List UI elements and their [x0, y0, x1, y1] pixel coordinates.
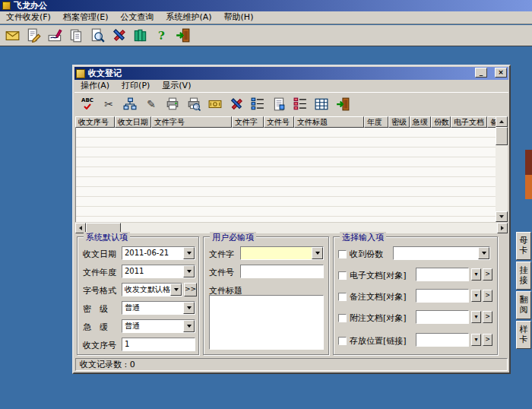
- file-number-input[interactable]: [240, 265, 324, 278]
- menu-help[interactable]: 帮助(H): [218, 11, 260, 24]
- side-tab[interactable]: 样卡: [516, 321, 531, 349]
- urgency-select[interactable]: 普通: [122, 319, 195, 333]
- doc-list-icon[interactable]: [268, 94, 290, 114]
- side-tab[interactable]: 母卡: [516, 232, 531, 260]
- close-button[interactable]: ×: [495, 68, 507, 78]
- number-format-select[interactable]: 收发文默认格式: [122, 283, 182, 296]
- compose-icon[interactable]: [24, 26, 44, 45]
- group-title: 选择输入项: [340, 232, 386, 243]
- dropdown-button[interactable]: [183, 265, 195, 277]
- column-header[interactable]: 份数: [431, 116, 451, 128]
- column-header[interactable]: 密级: [388, 116, 410, 128]
- column-header[interactable]: 文件字号: [151, 116, 232, 128]
- field-label: 存放位置[链接]: [350, 335, 407, 347]
- column-header[interactable]: 文件标题: [294, 116, 364, 128]
- cut-icon[interactable]: ✂: [98, 94, 119, 114]
- tree-list-blue-icon[interactable]: [247, 94, 268, 114]
- scroll-right-button[interactable]: [497, 223, 508, 233]
- exit-icon[interactable]: [173, 26, 193, 45]
- table-row: [76, 177, 497, 187]
- help-icon[interactable]: ?: [151, 26, 172, 45]
- search-doc-icon[interactable]: [87, 26, 108, 45]
- print-preview-icon[interactable]: [183, 94, 204, 114]
- table-grid-icon[interactable]: [311, 94, 332, 114]
- menu-archive-management[interactable]: 档案管理(E): [57, 11, 115, 24]
- copies-count-checkbox[interactable]: [338, 250, 347, 258]
- menu-operate[interactable]: 操作(A): [74, 80, 116, 92]
- column-header[interactable]: 年度: [364, 116, 388, 128]
- object-open-button[interactable]: >: [483, 334, 492, 346]
- menu-document-query[interactable]: 公文查询: [114, 11, 160, 24]
- dialog-titlebar[interactable]: 收文登记: [74, 67, 508, 80]
- menu-system-maintenance[interactable]: 系统维护(A): [160, 11, 217, 24]
- signature-icon[interactable]: ✎: [141, 94, 162, 114]
- tools-icon[interactable]: [226, 94, 247, 114]
- copies-count-select[interactable]: [393, 246, 490, 260]
- exit-icon[interactable]: [332, 94, 353, 114]
- side-tab[interactable]: 翻阅: [516, 291, 531, 319]
- format-expand-button[interactable]: >>: [184, 283, 197, 296]
- dropdown-button[interactable]: [478, 247, 489, 259]
- menu-display[interactable]: 显示(V): [156, 80, 197, 92]
- file-word-select[interactable]: [240, 246, 324, 260]
- file-title-textarea[interactable]: [209, 295, 324, 350]
- archive-icon[interactable]: [130, 26, 150, 45]
- column-header[interactable]: 文件字: [232, 116, 264, 128]
- tree-list-red-icon[interactable]: [290, 94, 311, 114]
- object-open-button[interactable]: >: [483, 311, 492, 323]
- note-doc-field[interactable]: [416, 289, 469, 303]
- object-open-button[interactable]: >: [483, 290, 492, 302]
- edge-strip-dark: [525, 150, 532, 175]
- copy-doc-icon[interactable]: [66, 26, 87, 45]
- side-tab[interactable]: 挂接: [516, 262, 531, 290]
- object-dropdown-button[interactable]: ▾: [471, 268, 481, 281]
- question-glyph: ?: [158, 29, 165, 43]
- storage-location-field[interactable]: [416, 333, 469, 347]
- h-scrollbar[interactable]: [75, 223, 508, 233]
- dropdown-button[interactable]: [170, 284, 182, 296]
- object-dropdown-button[interactable]: ▾: [471, 311, 481, 323]
- spellcheck-icon[interactable]: ABC: [77, 94, 98, 114]
- menu-print[interactable]: 打印(P): [116, 80, 156, 92]
- combo-value: 普通: [122, 320, 183, 332]
- field-label: 密 级: [83, 303, 108, 315]
- object-dropdown-button[interactable]: ▾: [471, 290, 481, 302]
- mail-icon[interactable]: [2, 26, 23, 45]
- scrollbar-thumb[interactable]: [496, 127, 508, 145]
- table-row: [76, 138, 497, 147]
- dropdown-button[interactable]: [183, 320, 195, 332]
- column-header[interactable]: 电子文档: [451, 116, 487, 128]
- column-header[interactable]: 收文序号: [75, 116, 115, 128]
- attach-doc-field[interactable]: [416, 310, 469, 324]
- print-icon[interactable]: [162, 94, 183, 114]
- object-open-button[interactable]: >: [483, 268, 492, 281]
- scroll-up-button[interactable]: [496, 116, 508, 127]
- receive-date-select[interactable]: 2011-06-21: [122, 246, 195, 260]
- scroll-down-button[interactable]: [496, 211, 508, 222]
- column-header[interactable]: 文件号: [264, 116, 294, 128]
- dropdown-button[interactable]: [312, 247, 323, 259]
- v-scrollbar[interactable]: [496, 116, 508, 222]
- flowchart-icon[interactable]: [119, 94, 141, 114]
- field-label: 备注文档[对象]: [350, 291, 407, 303]
- tools-icon[interactable]: [109, 26, 129, 45]
- receive-number-input[interactable]: 1: [122, 338, 195, 351]
- storage-location-checkbox[interactable]: [338, 337, 347, 345]
- security-level-select[interactable]: 普通: [122, 301, 195, 315]
- e-doc-field[interactable]: [416, 268, 469, 281]
- column-header[interactable]: 急缓: [410, 116, 431, 128]
- sign-icon[interactable]: [45, 26, 65, 45]
- main-menubar: 文件收发(F) 档案管理(E) 公文查询 系统维护(A) 帮助(H): [0, 11, 532, 24]
- minimize-button[interactable]: _: [475, 68, 487, 78]
- card-icon[interactable]: [204, 94, 226, 114]
- abc-glyph: ABC: [81, 98, 93, 103]
- file-year-select[interactable]: 2011: [122, 265, 195, 278]
- dropdown-button[interactable]: [183, 247, 195, 259]
- dropdown-button[interactable]: [183, 302, 195, 314]
- attach-doc-checkbox[interactable]: [338, 314, 347, 322]
- note-doc-checkbox[interactable]: [338, 293, 347, 301]
- e-doc-checkbox[interactable]: [338, 271, 347, 280]
- object-dropdown-button[interactable]: ▾: [471, 334, 481, 346]
- menu-file-send-receive[interactable]: 文件收发(F): [0, 11, 57, 24]
- column-header[interactable]: 收文日期: [115, 116, 151, 128]
